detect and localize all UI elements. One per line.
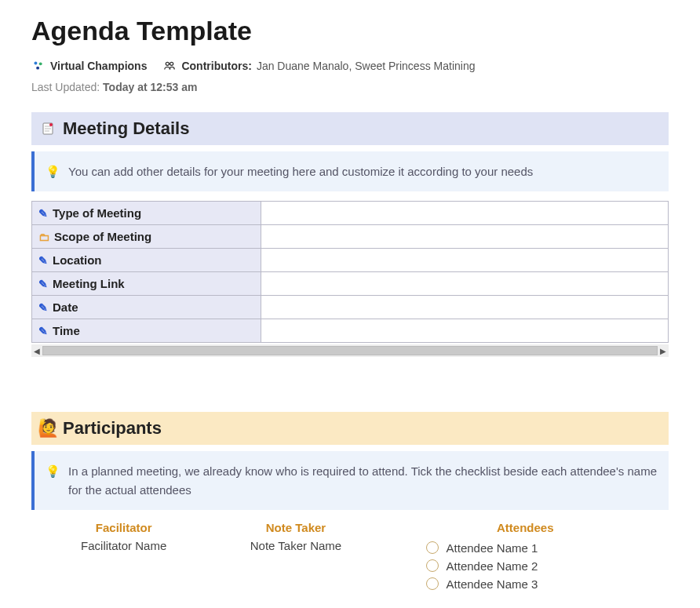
- participants-callout: 💡 In a planned meeting, we already know …: [31, 451, 669, 510]
- roles-row: Facilitator Facilitator Name Note Taker …: [31, 521, 669, 593]
- participants-callout-text: In a planned meeting, we already know wh…: [68, 462, 658, 499]
- attendees-column: Attendees Attendee Name 1 Attendee Name …: [382, 521, 669, 593]
- facilitator-header: Facilitator: [38, 521, 210, 534]
- row-label-cell[interactable]: ✎Location: [32, 249, 261, 272]
- pencil-icon: ✎: [38, 254, 48, 267]
- svg-point-0: [34, 61, 37, 64]
- meeting-details-table: ✎Type of Meeting 🗀Scope of Meeting ✎Loca…: [31, 201, 669, 343]
- notetaker-column: Note Taker Note Taker Name: [210, 521, 381, 593]
- svg-point-9: [49, 123, 53, 126]
- table-row: 🗀Scope of Meeting: [32, 225, 669, 249]
- row-label: Date: [53, 300, 78, 314]
- row-label: Scope of Meeting: [54, 230, 151, 243]
- list-item: Attendee Name 3: [382, 575, 669, 593]
- attendee-checkbox[interactable]: [426, 559, 439, 572]
- row-value-cell[interactable]: [261, 202, 668, 225]
- attendee-checkbox[interactable]: [426, 541, 439, 554]
- raising-hand-icon: 🙋: [41, 421, 55, 435]
- facilitator-column: Facilitator Facilitator Name: [31, 521, 210, 593]
- pencil-icon: ✎: [38, 301, 48, 314]
- last-updated: Last Updated: Today at 12:53 am: [31, 81, 669, 93]
- row-label-cell[interactable]: ✎Time: [32, 319, 261, 343]
- participants-title: Participants: [63, 418, 162, 439]
- people-icon: [162, 59, 177, 73]
- attendee-name[interactable]: Attendee Name 1: [447, 541, 538, 555]
- contributors-meta: Contributors: Jan Duane Manalo, Sweet Pr…: [162, 59, 475, 73]
- page-title: Agenda Template: [31, 16, 669, 46]
- org-name: Virtual Champions: [50, 60, 147, 72]
- table-row: ✎Location: [32, 249, 669, 272]
- attendee-name[interactable]: Attendee Name 2: [447, 559, 538, 573]
- folder-icon: 🗀: [38, 231, 49, 243]
- participants-header: 🙋 Participants: [31, 412, 669, 445]
- svg-point-4: [170, 62, 173, 65]
- table-row: ✎Time: [32, 319, 669, 343]
- scroll-right-arrow-icon[interactable]: ▶: [658, 347, 669, 355]
- attendee-name[interactable]: Attendee Name 3: [447, 577, 538, 591]
- notetaker-header: Note Taker: [210, 521, 381, 534]
- horizontal-scrollbar[interactable]: ◀ ▶: [31, 344, 669, 357]
- meeting-details-header: Meeting Details: [31, 112, 669, 145]
- row-value-cell[interactable]: [261, 296, 668, 319]
- table-row: ✎Type of Meeting: [32, 202, 669, 225]
- meeting-details-title: Meeting Details: [63, 118, 189, 139]
- pencil-icon: ✎: [38, 207, 48, 220]
- attendees-header: Attendees: [382, 521, 669, 534]
- attendee-checkbox[interactable]: [426, 577, 439, 590]
- last-updated-value: Today at 12:53 am: [103, 81, 197, 93]
- pencil-icon: ✎: [38, 278, 48, 290]
- row-label: Type of Meeting: [53, 206, 141, 220]
- notepad-icon: [41, 122, 55, 136]
- meeting-details-callout-text: You can add other details for your meeti…: [68, 162, 533, 180]
- list-item: Attendee Name 2: [382, 557, 669, 575]
- facilitator-value[interactable]: Facilitator Name: [38, 539, 210, 552]
- last-updated-label: Last Updated:: [31, 81, 103, 93]
- contributors-names: Jan Duane Manalo, Sweet Princess Matinin…: [257, 60, 476, 72]
- lightbulb-icon: 💡: [46, 462, 60, 480]
- svg-point-2: [36, 67, 39, 70]
- lightbulb-icon: 💡: [46, 162, 60, 180]
- svg-point-3: [166, 62, 170, 65]
- org-logo-icon: [31, 59, 46, 73]
- table-row: ✎Meeting Link: [32, 272, 669, 296]
- attendee-list: Attendee Name 1 Attendee Name 2 Attendee…: [382, 539, 669, 593]
- row-value-cell[interactable]: [261, 319, 668, 343]
- pencil-icon: ✎: [38, 325, 48, 337]
- org-meta: Virtual Champions: [31, 59, 147, 73]
- row-label-cell[interactable]: 🗀Scope of Meeting: [32, 225, 261, 249]
- row-value-cell[interactable]: [261, 249, 668, 272]
- scroll-track[interactable]: [42, 346, 658, 355]
- scroll-left-arrow-icon[interactable]: ◀: [31, 347, 42, 355]
- meeting-details-callout: 💡 You can add other details for your mee…: [31, 151, 669, 191]
- row-label-cell[interactable]: ✎Type of Meeting: [32, 202, 261, 225]
- row-label: Meeting Link: [53, 277, 125, 290]
- svg-point-1: [39, 62, 42, 65]
- notetaker-value[interactable]: Note Taker Name: [210, 539, 381, 552]
- row-label: Location: [53, 253, 102, 267]
- row-label-cell[interactable]: ✎Date: [32, 296, 261, 319]
- row-value-cell[interactable]: [261, 272, 668, 296]
- row-label: Time: [53, 324, 80, 337]
- row-label-cell[interactable]: ✎Meeting Link: [32, 272, 261, 296]
- meta-row: Virtual Champions Contributors: Jan Duan…: [31, 59, 669, 73]
- list-item: Attendee Name 1: [382, 539, 669, 557]
- contributors-label: Contributors:: [181, 60, 251, 72]
- row-value-cell[interactable]: [261, 225, 668, 249]
- table-row: ✎Date: [32, 296, 669, 319]
